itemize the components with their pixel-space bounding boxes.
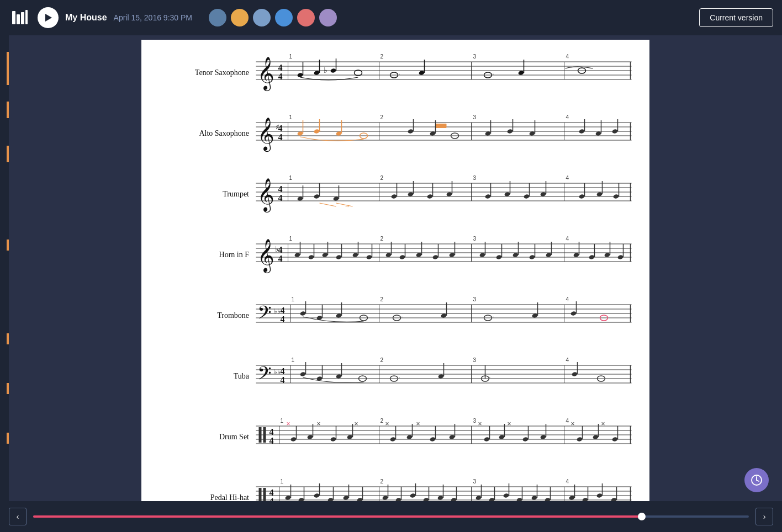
avatar-1[interactable]	[208, 8, 228, 28]
svg-point-340	[327, 497, 334, 501]
avatar-5[interactable]	[296, 8, 316, 28]
svg-text:.: .	[320, 126, 322, 132]
svg-point-186	[617, 254, 624, 259]
svg-rect-64	[436, 124, 447, 128]
instrument-label-tuba: Tuba	[158, 372, 255, 381]
svg-point-70	[485, 131, 491, 136]
svg-point-170	[479, 252, 485, 257]
svg-point-122	[540, 191, 546, 196]
svg-text:3: 3	[473, 357, 477, 363]
avatar-2[interactable]	[230, 8, 250, 28]
svg-point-76	[579, 129, 585, 134]
svg-text:.: .	[399, 373, 400, 379]
svg-rect-2	[21, 12, 24, 24]
svg-point-358	[475, 495, 482, 500]
current-version-button[interactable]: Current version	[699, 8, 773, 27]
svg-point-311	[593, 434, 599, 439]
main-content[interactable]: Tenor Saxophone 𝄞 4 4	[9, 35, 782, 501]
svg-text:×: ×	[416, 420, 420, 428]
svg-text:4: 4	[278, 132, 283, 142]
svg-point-158	[366, 254, 372, 259]
svg-text:3: 3	[473, 175, 477, 181]
progress-bar[interactable]	[33, 515, 749, 518]
svg-text:4: 4	[278, 63, 283, 72]
svg-point-124	[579, 194, 585, 199]
staff-area-drum-set: 4 4 1 2 3 4 ×	[255, 415, 633, 459]
svg-text:4: 4	[566, 357, 569, 363]
svg-point-283	[330, 437, 336, 441]
svg-point-360	[489, 497, 495, 501]
svg-point-156	[352, 252, 358, 257]
svg-rect-0	[12, 11, 15, 24]
svg-point-336	[298, 497, 304, 501]
svg-point-370	[569, 495, 575, 500]
svg-point-112	[427, 194, 433, 199]
svg-text:2: 2	[381, 478, 384, 485]
svg-point-176	[529, 254, 535, 259]
avatar-4[interactable]	[274, 8, 294, 28]
svg-point-296	[449, 434, 455, 439]
song-date: April 15, 2016 9:30 PM	[114, 13, 192, 22]
svg-text:4: 4	[278, 124, 283, 133]
svg-text:♭♭: ♭♭	[274, 368, 281, 376]
svg-point-285	[347, 434, 353, 439]
svg-point-178	[546, 252, 552, 257]
svg-point-366	[531, 495, 537, 500]
play-button[interactable]	[38, 7, 59, 28]
svg-rect-1	[17, 14, 20, 24]
svg-point-26	[330, 68, 336, 73]
svg-text:3: 3	[473, 114, 477, 120]
svg-point-114	[446, 191, 452, 196]
instrument-label-trumpet: Trumpet	[158, 190, 255, 199]
svg-text:2: 2	[381, 357, 384, 363]
svg-text:1: 1	[289, 114, 293, 120]
svg-point-120	[524, 194, 530, 199]
next-button[interactable]: ›	[755, 508, 773, 525]
svg-text:4: 4	[566, 478, 569, 485]
svg-point-182	[589, 254, 595, 259]
svg-point-78	[595, 131, 601, 136]
prev-button[interactable]: ‹	[9, 508, 27, 525]
svg-point-215	[441, 313, 447, 318]
sidebar-indicator-4	[7, 240, 9, 251]
svg-point-348	[395, 497, 401, 501]
svg-text:×: ×	[601, 420, 605, 428]
history-button[interactable]	[744, 468, 769, 492]
sidebar-indicator-6	[7, 383, 9, 394]
svg-text:.: .	[399, 70, 400, 76]
sidebar-indicator-7	[7, 433, 9, 444]
svg-text:4: 4	[566, 175, 569, 181]
svg-point-334	[285, 495, 291, 500]
svg-point-99	[297, 196, 303, 201]
svg-point-74	[529, 131, 535, 136]
svg-point-364	[516, 497, 522, 501]
svg-text:4: 4	[278, 193, 283, 203]
svg-point-61	[336, 131, 342, 136]
svg-text:4: 4	[278, 245, 283, 254]
svg-text:4: 4	[270, 436, 274, 445]
avatar-6[interactable]	[318, 8, 338, 28]
avatar-3[interactable]	[252, 8, 272, 28]
score-page: Tenor Saxophone 𝄞 4 4	[141, 40, 649, 501]
svg-point-56	[297, 131, 303, 136]
svg-point-101	[314, 194, 320, 199]
svg-point-126	[596, 191, 603, 196]
staff-area-tuba: 𝄢 ♭♭ 4 4 1 2 3 4	[255, 354, 633, 398]
sidebar-indicator-3	[7, 146, 9, 162]
svg-text:3: 3	[473, 478, 477, 485]
staff-row-trumpet: Trumpet 𝄞 4 4 1 2 3 4	[158, 172, 633, 216]
svg-text:4: 4	[281, 366, 285, 376]
collaborator-avatars	[208, 8, 338, 28]
svg-text:♭♭: ♭♭	[274, 307, 281, 315]
instrument-label-drum-set: Drum Set	[158, 433, 255, 441]
instrument-label-horn-f: Horn in F	[158, 251, 255, 259]
svg-text:3: 3	[473, 418, 477, 424]
svg-point-31	[419, 70, 425, 75]
svg-point-21	[297, 72, 303, 77]
svg-point-256	[572, 371, 578, 376]
svg-point-118	[504, 191, 510, 196]
instrument-label-tenor-sax: Tenor Saxophone	[158, 68, 255, 77]
svg-text:4: 4	[281, 306, 285, 315]
svg-point-150	[308, 254, 314, 259]
logo	[9, 7, 31, 29]
